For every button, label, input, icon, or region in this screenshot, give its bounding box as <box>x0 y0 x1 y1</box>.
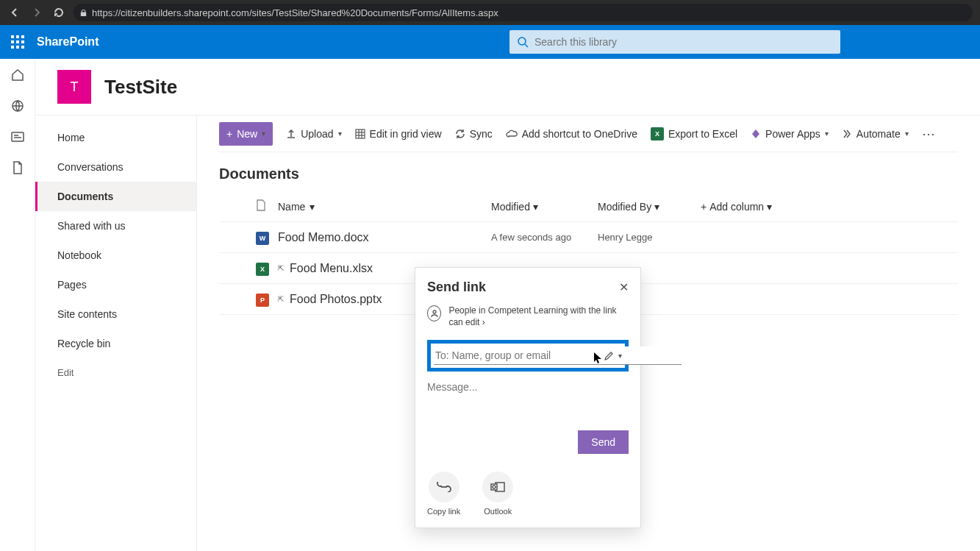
chevron-down-icon: ▾ <box>262 129 265 138</box>
chevron-right-icon: › <box>482 317 485 327</box>
export-excel-button[interactable]: X Export to Excel <box>651 127 737 141</box>
svg-point-9 <box>518 38 526 45</box>
chevron-down-icon: ▾ <box>767 201 772 213</box>
svg-line-10 <box>525 44 528 47</box>
svg-point-20 <box>433 310 436 313</box>
site-logo[interactable]: T <box>57 70 91 104</box>
scope-text: People in Competent Learning with the li… <box>448 305 616 327</box>
chevron-down-icon[interactable]: ▾ <box>310 201 315 213</box>
lock-icon <box>79 9 87 17</box>
more-button[interactable]: ⋯ <box>922 126 935 142</box>
back-button[interactable] <box>7 5 22 20</box>
message-input[interactable] <box>427 381 629 393</box>
new-label: New <box>237 128 257 140</box>
grid-icon <box>355 129 365 139</box>
svg-rect-22 <box>491 484 497 490</box>
svg-rect-6 <box>11 46 14 49</box>
home-icon[interactable] <box>10 68 25 82</box>
search-input[interactable] <box>534 36 833 48</box>
file-type-icon <box>256 199 266 211</box>
ppt-icon: P <box>256 294 269 307</box>
chevron-down-icon: ▾ <box>825 129 829 138</box>
page-title: Documents <box>219 166 958 182</box>
shared-icon: ⇱ <box>278 295 284 303</box>
file-name: Food Photos.pptx <box>290 293 382 306</box>
svg-rect-12 <box>12 132 24 141</box>
reload-button[interactable] <box>51 5 66 20</box>
sync-button[interactable]: Sync <box>455 128 493 140</box>
chevron-down-icon[interactable]: ▾ <box>618 352 622 360</box>
site-title[interactable]: TestSite <box>104 76 177 99</box>
nav-item-pages[interactable]: Pages <box>35 270 196 299</box>
nav-item-shared-with-us[interactable]: Shared with us <box>35 211 196 241</box>
command-bar: + New ▾ Upload ▾ Edit in grid view <box>219 115 958 152</box>
excel-icon: X <box>256 263 269 276</box>
nav-item-recycle-bin[interactable]: Recycle bin <box>35 329 196 358</box>
svg-rect-7 <box>16 46 19 49</box>
outlook-icon <box>482 472 513 502</box>
suite-header: SharePoint <box>0 25 980 59</box>
svg-rect-8 <box>21 46 24 49</box>
add-column[interactable]: +Add column ▾ <box>701 201 958 213</box>
copy-link-button[interactable]: Copy link <box>427 472 460 516</box>
edit-grid-button[interactable]: Edit in grid view <box>355 128 442 140</box>
address-bar[interactable]: https://citizenbuilders.sharepoint.com/s… <box>74 4 973 21</box>
nav-item-documents[interactable]: Documents <box>35 182 196 211</box>
automate-button[interactable]: Automate ▾ <box>842 128 909 140</box>
svg-rect-5 <box>21 40 24 43</box>
file-name: Food Menu.xlsx <box>290 262 373 275</box>
nav-item-home[interactable]: Home <box>35 123 196 152</box>
forward-button[interactable] <box>29 5 44 20</box>
nav-item-site-contents[interactable]: Site contents <box>35 299 196 329</box>
col-name[interactable]: Name <box>278 201 305 213</box>
pencil-icon[interactable] <box>604 351 614 361</box>
dialog-title: Send link <box>427 280 619 295</box>
file-modified-by: Henry Legge <box>598 232 701 243</box>
powerapps-icon <box>751 129 761 139</box>
nav-edit[interactable]: Edit <box>35 358 196 387</box>
table-row[interactable]: W Food Memo.docx A few seconds ago Henry… <box>219 222 958 253</box>
chevron-down-icon: ▾ <box>338 129 342 138</box>
news-icon[interactable] <box>10 129 25 144</box>
outlook-button[interactable]: Outlook <box>482 472 513 516</box>
plus-icon: + <box>226 128 232 140</box>
word-icon: W <box>256 232 269 245</box>
link-icon <box>429 472 459 502</box>
col-modifiedby[interactable]: Modified By <box>598 201 651 213</box>
search-icon <box>517 36 529 48</box>
nav-item-conversations[interactable]: Conversations <box>35 152 196 182</box>
svg-rect-15 <box>356 129 365 138</box>
files-icon[interactable] <box>10 160 25 175</box>
svg-rect-1 <box>16 35 19 38</box>
site-header: T TestSite <box>35 59 980 115</box>
col-modified[interactable]: Modified <box>491 201 530 213</box>
shared-icon: ⇱ <box>278 264 284 272</box>
upload-button[interactable]: Upload ▾ <box>286 128 341 140</box>
brand-name[interactable]: SharePoint <box>35 35 99 49</box>
chevron-down-icon[interactable]: ▾ <box>654 201 659 213</box>
send-link-dialog: Send link ✕ People in Competent Learning… <box>415 267 641 528</box>
file-name: Food Memo.docx <box>278 231 369 244</box>
svg-rect-0 <box>11 35 14 38</box>
powerapps-button[interactable]: Power Apps ▾ <box>751 128 829 140</box>
onedrive-icon <box>506 129 518 138</box>
close-icon[interactable]: ✕ <box>619 280 629 294</box>
globe-icon[interactable] <box>10 99 25 113</box>
app-launcher[interactable] <box>0 35 35 49</box>
recipient-input[interactable] <box>434 346 682 365</box>
browser-bar: https://citizenbuilders.sharepoint.com/s… <box>0 0 980 25</box>
upload-icon <box>286 129 296 139</box>
nav-item-notebook[interactable]: Notebook <box>35 241 196 270</box>
main-content: + New ▾ Upload ▾ Edit in grid view <box>197 115 980 551</box>
automate-icon <box>842 129 852 139</box>
send-button[interactable]: Send <box>578 430 629 454</box>
chevron-down-icon[interactable]: ▾ <box>533 201 538 213</box>
link-scope-button[interactable]: People in Competent Learning with the li… <box>427 305 629 328</box>
left-rail <box>0 59 35 551</box>
chevron-down-icon: ▾ <box>905 129 909 138</box>
search-box[interactable] <box>509 30 840 54</box>
sync-icon <box>455 129 465 139</box>
people-icon <box>427 305 441 321</box>
new-button[interactable]: + New ▾ <box>219 122 273 146</box>
shortcut-button[interactable]: Add shortcut to OneDrive <box>506 128 637 140</box>
